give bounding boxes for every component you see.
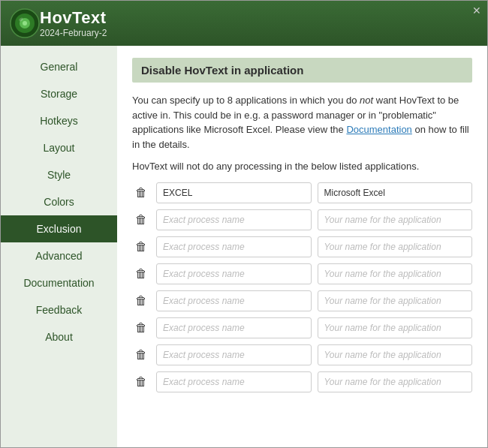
sidebar-item-documentation[interactable]: Documentation: [1, 269, 117, 296]
svg-point-3: [23, 21, 27, 26]
sidebar-item-exclusion[interactable]: Exclusion: [1, 215, 117, 242]
name-input-5[interactable]: [318, 290, 473, 311]
process-input-3[interactable]: [156, 236, 312, 257]
name-input-6[interactable]: [318, 317, 473, 338]
sidebar-item-about[interactable]: About: [1, 323, 117, 350]
exclusion-row-6: 🗑: [132, 317, 472, 338]
exclusion-row-5: 🗑: [132, 290, 472, 311]
app-subtitle: 2024-February-2: [40, 28, 107, 38]
close-button[interactable]: ✕: [472, 5, 481, 16]
process-input-8[interactable]: [156, 371, 312, 392]
title-bar: HovText 2024-February-2 ✕: [1, 1, 487, 46]
exclusion-row-1: 🗑: [132, 182, 472, 203]
app-title: HovText: [40, 8, 107, 28]
sidebar-item-general[interactable]: General: [1, 53, 117, 80]
desc-part1: You can specify up to 8 applications in …: [132, 95, 360, 106]
name-input-3[interactable]: [318, 236, 473, 257]
sidebar-item-hotkeys[interactable]: Hotkeys: [1, 107, 117, 134]
delete-button-7[interactable]: 🗑: [132, 347, 150, 363]
sidebar-item-advanced[interactable]: Advanced: [1, 242, 117, 269]
main-panel: Disable HovText in application You can s…: [117, 46, 487, 447]
sub-description: HovText will not do any processing in th…: [132, 161, 472, 172]
delete-button-2[interactable]: 🗑: [132, 212, 150, 228]
exclusion-row-2: 🗑: [132, 209, 472, 230]
sidebar-item-style[interactable]: Style: [1, 161, 117, 188]
name-input-4[interactable]: [318, 263, 473, 284]
process-input-6[interactable]: [156, 317, 312, 338]
delete-button-8[interactable]: 🗑: [132, 374, 150, 390]
section-title: Disable HovText in application: [132, 58, 472, 83]
delete-button-3[interactable]: 🗑: [132, 239, 150, 255]
desc-not: not: [360, 95, 373, 106]
process-input-2[interactable]: [156, 209, 312, 230]
content-area: General Storage Hotkeys Layout Style Col…: [1, 46, 487, 447]
sidebar-item-colors[interactable]: Colors: [1, 188, 117, 215]
app-logo: [10, 8, 40, 38]
name-input-7[interactable]: [318, 344, 473, 365]
exclusion-row-8: 🗑: [132, 371, 472, 392]
name-input-2[interactable]: [318, 209, 473, 230]
sidebar-item-layout[interactable]: Layout: [1, 134, 117, 161]
exclusion-row-4: 🗑: [132, 263, 472, 284]
sidebar-item-feedback[interactable]: Feedback: [1, 296, 117, 323]
name-input-8[interactable]: [318, 371, 473, 392]
delete-button-4[interactable]: 🗑: [132, 266, 150, 282]
title-text-block: HovText 2024-February-2: [40, 8, 107, 38]
name-input-1[interactable]: [318, 182, 473, 203]
process-input-5[interactable]: [156, 290, 312, 311]
app-window: HovText 2024-February-2 ✕ General Storag…: [0, 0, 488, 448]
exclusion-row-7: 🗑: [132, 344, 472, 365]
sidebar: General Storage Hotkeys Layout Style Col…: [1, 46, 117, 447]
process-input-4[interactable]: [156, 263, 312, 284]
sidebar-item-storage[interactable]: Storage: [1, 80, 117, 107]
delete-button-5[interactable]: 🗑: [132, 293, 150, 309]
exclusion-row-3: 🗑: [132, 236, 472, 257]
delete-button-1[interactable]: 🗑: [132, 185, 150, 201]
process-input-7[interactable]: [156, 344, 312, 365]
documentation-link[interactable]: Documentation: [346, 124, 411, 135]
description-text: You can specify up to 8 applications in …: [132, 93, 472, 152]
process-input-1[interactable]: [156, 182, 312, 203]
delete-button-6[interactable]: 🗑: [132, 320, 150, 336]
